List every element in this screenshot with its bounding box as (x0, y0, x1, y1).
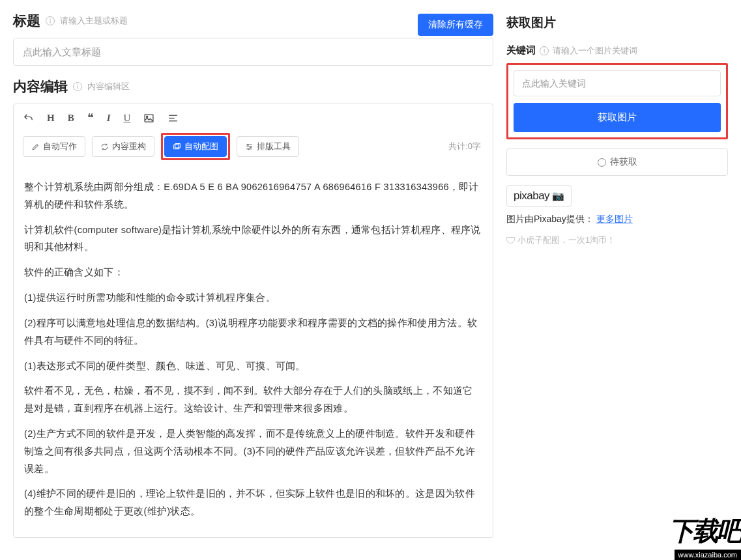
pending-status: 待获取 (506, 148, 728, 176)
underline-icon[interactable]: U (124, 113, 131, 124)
auto-image-button[interactable]: 自动配图 (164, 136, 227, 157)
undo-icon[interactable] (23, 113, 34, 124)
editor-container: H B ❝ I U 自动写作 内容重构 (13, 104, 493, 538)
action-toolbar: 自动写作 内容重构 自动配图 排版工具 共计:0字 (14, 130, 493, 169)
word-count: 共计:0字 (448, 141, 484, 152)
rebuild-button[interactable]: 内容重构 (92, 136, 154, 157)
paragraph: (1)提供运行时所需功能和性能的命令或计算机程序集合。 (24, 289, 482, 307)
bean-icon (506, 237, 515, 244)
pixabay-badge: pixabay 📷 (506, 185, 572, 207)
svg-point-1 (147, 116, 148, 117)
highlight-keyword-box: 获取图片 (506, 63, 728, 139)
info-icon: i (46, 16, 55, 25)
keyword-hint: 请输入一个图片关键词 (553, 45, 637, 57)
paragraph: (2)生产方式不同的软件是开发，是人类智能的高发挥，而不是传统意义上的硬件制造。… (24, 425, 482, 477)
more-images-link[interactable]: 更多图片 (596, 214, 633, 224)
image-icon[interactable] (143, 113, 154, 124)
content-heading: 内容编辑 (13, 77, 68, 96)
info-icon: i (73, 82, 82, 91)
article-title-input[interactable] (13, 38, 493, 66)
content-hint: 内容编辑区 (87, 81, 130, 92)
heading-icon[interactable]: H (47, 113, 55, 124)
svg-point-12 (248, 148, 249, 149)
side-heading: 获取图片 (506, 14, 728, 31)
camera-icon: 📷 (552, 190, 564, 202)
fetch-image-button[interactable]: 获取图片 (514, 103, 721, 132)
title-hint: 请输入主题或标题 (60, 15, 128, 27)
pencil-icon (31, 143, 40, 151)
italic-icon[interactable]: I (107, 113, 111, 124)
paragraph: 整个计算机系统由两部分组成：E.69DA 5 E 6 BA 9062616964… (24, 178, 482, 214)
format-toolbar: H B ❝ I U (14, 104, 493, 130)
paragraph: (1)表达形式不同的硬件类型、颜色、味道、可见、可摸、可闻。 (24, 357, 482, 375)
sliders-icon (245, 143, 254, 151)
align-icon[interactable] (167, 113, 179, 124)
paragraph: 计算机软件(computer software)是指计算机系统中除硬件以外的所有… (24, 221, 482, 257)
keyword-input[interactable] (514, 70, 721, 96)
keyword-label: 关键词 (506, 44, 536, 57)
paragraph: (2)程序可以满意地处理信息的数据结构。(3)说明程序功能要求和程序需要的文档的… (24, 315, 482, 350)
paragraph: 软件的正确含义如下： (24, 264, 482, 281)
quote-icon[interactable]: ❝ (87, 111, 94, 125)
paragraph: (4)维护不同的硬件是旧的，理论上软件是旧的，并不坏，但实际上软件也是旧的和坏的… (24, 485, 482, 520)
svg-rect-5 (174, 145, 179, 149)
highlight-auto-image: 自动配图 (161, 133, 230, 160)
svg-point-10 (247, 144, 248, 145)
side-footer: 小虎子配图，一次1淘币！ (506, 234, 728, 246)
editor-content[interactable]: 整个计算机系统由两部分组成：E.69DA 5 E 6 BA 9062616964… (14, 169, 493, 537)
bold-icon[interactable]: B (68, 113, 74, 124)
svg-rect-6 (175, 143, 181, 148)
image-credit: 图片由Pixabay提供： 更多图片 (506, 214, 728, 225)
auto-write-button[interactable]: 自动写作 (23, 136, 85, 157)
info-icon: i (540, 46, 549, 55)
layout-tool-button[interactable]: 排版工具 (237, 136, 299, 157)
circle-icon (598, 158, 606, 167)
refresh-icon (100, 143, 109, 151)
watermark: 下载吧 www.xiazaiba.com (669, 513, 741, 560)
images-icon (173, 143, 181, 151)
svg-point-11 (250, 146, 252, 147)
clear-cache-button[interactable]: 清除所有缓存 (418, 14, 493, 36)
paragraph: 软件看不见，无色，枯燥，看不见，摸不到，闻不到。软件大部分存在于人们的头脑或纸上… (24, 382, 482, 417)
title-heading: 标题 (13, 12, 40, 30)
